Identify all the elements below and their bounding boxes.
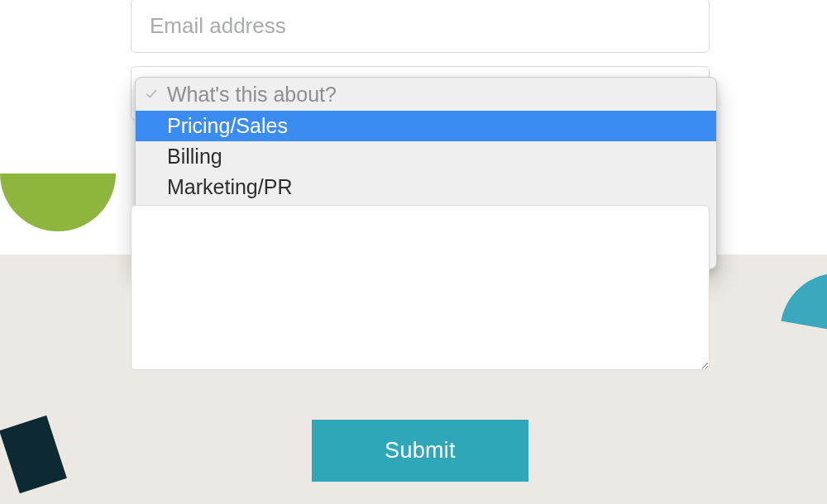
topic-option-pricing-sales[interactable]: Pricing/Sales xyxy=(136,111,716,141)
topic-option-billing[interactable]: Billing xyxy=(136,141,716,172)
topic-option-label: Pricing/Sales xyxy=(167,116,288,136)
check-icon xyxy=(146,88,157,100)
contact-form: What's this about? Pricing/Sales Billing… xyxy=(131,0,710,482)
message-textarea[interactable] xyxy=(131,205,710,370)
submit-button[interactable]: Submit xyxy=(312,420,528,482)
topic-option-marketing-pr[interactable]: Marketing/PR xyxy=(136,172,716,202)
topic-option-label: Marketing/PR xyxy=(167,177,292,197)
topic-option-label: What's this about? xyxy=(167,84,337,105)
email-field[interactable] xyxy=(131,0,710,53)
topic-option-label: Billing xyxy=(167,146,222,167)
submit-row: Submit xyxy=(131,420,710,482)
topic-option-placeholder[interactable]: What's this about? xyxy=(136,78,716,111)
topic-select[interactable]: What's this about? Pricing/Sales Billing… xyxy=(131,66,710,121)
decorative-green-half-circle xyxy=(0,174,116,231)
